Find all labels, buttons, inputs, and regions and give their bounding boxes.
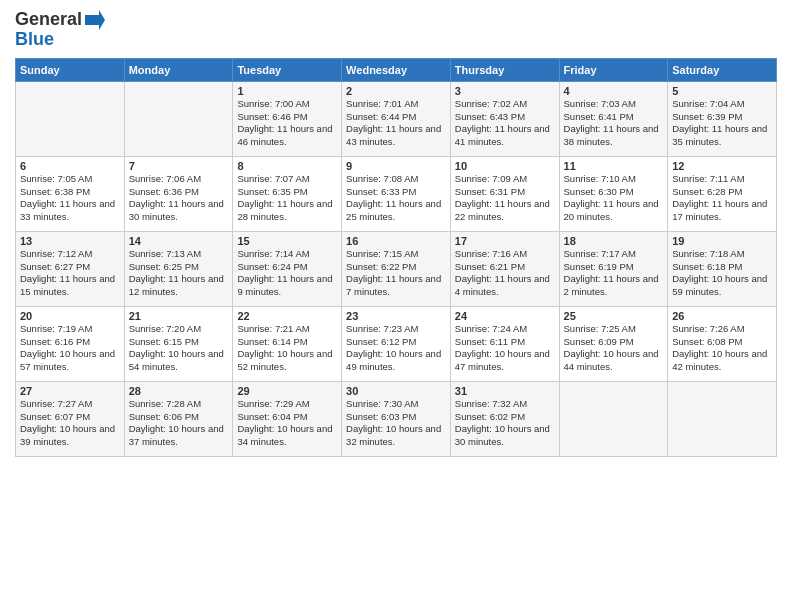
day-info: Sunrise: 7:30 AM Sunset: 6:03 PM Dayligh… <box>346 398 446 449</box>
day-cell: 8Sunrise: 7:07 AM Sunset: 6:35 PM Daylig… <box>233 156 342 231</box>
day-info: Sunrise: 7:15 AM Sunset: 6:22 PM Dayligh… <box>346 248 446 299</box>
day-info: Sunrise: 7:25 AM Sunset: 6:09 PM Dayligh… <box>564 323 664 374</box>
day-number: 16 <box>346 235 446 247</box>
calendar-table: SundayMondayTuesdayWednesdayThursdayFrid… <box>15 58 777 457</box>
day-cell <box>668 381 777 456</box>
page-header: General Blue <box>15 10 777 50</box>
day-number: 11 <box>564 160 664 172</box>
day-number: 1 <box>237 85 337 97</box>
day-cell: 5Sunrise: 7:04 AM Sunset: 6:39 PM Daylig… <box>668 81 777 156</box>
day-cell: 28Sunrise: 7:28 AM Sunset: 6:06 PM Dayli… <box>124 381 233 456</box>
day-info: Sunrise: 7:18 AM Sunset: 6:18 PM Dayligh… <box>672 248 772 299</box>
day-number: 8 <box>237 160 337 172</box>
day-cell: 27Sunrise: 7:27 AM Sunset: 6:07 PM Dayli… <box>16 381 125 456</box>
day-info: Sunrise: 7:24 AM Sunset: 6:11 PM Dayligh… <box>455 323 555 374</box>
logo-general: General <box>15 10 82 30</box>
day-number: 23 <box>346 310 446 322</box>
day-cell: 2Sunrise: 7:01 AM Sunset: 6:44 PM Daylig… <box>342 81 451 156</box>
day-info: Sunrise: 7:09 AM Sunset: 6:31 PM Dayligh… <box>455 173 555 224</box>
day-cell: 3Sunrise: 7:02 AM Sunset: 6:43 PM Daylig… <box>450 81 559 156</box>
week-row-2: 6Sunrise: 7:05 AM Sunset: 6:38 PM Daylig… <box>16 156 777 231</box>
day-number: 6 <box>20 160 120 172</box>
day-cell: 23Sunrise: 7:23 AM Sunset: 6:12 PM Dayli… <box>342 306 451 381</box>
day-info: Sunrise: 7:29 AM Sunset: 6:04 PM Dayligh… <box>237 398 337 449</box>
day-cell <box>124 81 233 156</box>
day-info: Sunrise: 7:04 AM Sunset: 6:39 PM Dayligh… <box>672 98 772 149</box>
logo-blue: Blue <box>15 30 54 50</box>
day-info: Sunrise: 7:11 AM Sunset: 6:28 PM Dayligh… <box>672 173 772 224</box>
day-info: Sunrise: 7:10 AM Sunset: 6:30 PM Dayligh… <box>564 173 664 224</box>
day-cell: 19Sunrise: 7:18 AM Sunset: 6:18 PM Dayli… <box>668 231 777 306</box>
day-number: 14 <box>129 235 229 247</box>
day-info: Sunrise: 7:02 AM Sunset: 6:43 PM Dayligh… <box>455 98 555 149</box>
day-info: Sunrise: 7:01 AM Sunset: 6:44 PM Dayligh… <box>346 98 446 149</box>
day-number: 7 <box>129 160 229 172</box>
day-info: Sunrise: 7:32 AM Sunset: 6:02 PM Dayligh… <box>455 398 555 449</box>
day-cell: 20Sunrise: 7:19 AM Sunset: 6:16 PM Dayli… <box>16 306 125 381</box>
week-row-4: 20Sunrise: 7:19 AM Sunset: 6:16 PM Dayli… <box>16 306 777 381</box>
day-info: Sunrise: 7:21 AM Sunset: 6:14 PM Dayligh… <box>237 323 337 374</box>
day-cell: 11Sunrise: 7:10 AM Sunset: 6:30 PM Dayli… <box>559 156 668 231</box>
day-number: 5 <box>672 85 772 97</box>
week-row-3: 13Sunrise: 7:12 AM Sunset: 6:27 PM Dayli… <box>16 231 777 306</box>
weekday-header-row: SundayMondayTuesdayWednesdayThursdayFrid… <box>16 58 777 81</box>
day-info: Sunrise: 7:14 AM Sunset: 6:24 PM Dayligh… <box>237 248 337 299</box>
day-cell: 15Sunrise: 7:14 AM Sunset: 6:24 PM Dayli… <box>233 231 342 306</box>
day-cell: 1Sunrise: 7:00 AM Sunset: 6:46 PM Daylig… <box>233 81 342 156</box>
weekday-header-thursday: Thursday <box>450 58 559 81</box>
day-number: 24 <box>455 310 555 322</box>
day-info: Sunrise: 7:28 AM Sunset: 6:06 PM Dayligh… <box>129 398 229 449</box>
day-info: Sunrise: 7:19 AM Sunset: 6:16 PM Dayligh… <box>20 323 120 374</box>
day-info: Sunrise: 7:06 AM Sunset: 6:36 PM Dayligh… <box>129 173 229 224</box>
day-number: 22 <box>237 310 337 322</box>
day-cell: 26Sunrise: 7:26 AM Sunset: 6:08 PM Dayli… <box>668 306 777 381</box>
day-cell: 22Sunrise: 7:21 AM Sunset: 6:14 PM Dayli… <box>233 306 342 381</box>
day-number: 26 <box>672 310 772 322</box>
day-cell: 21Sunrise: 7:20 AM Sunset: 6:15 PM Dayli… <box>124 306 233 381</box>
day-cell: 10Sunrise: 7:09 AM Sunset: 6:31 PM Dayli… <box>450 156 559 231</box>
day-number: 25 <box>564 310 664 322</box>
day-info: Sunrise: 7:23 AM Sunset: 6:12 PM Dayligh… <box>346 323 446 374</box>
day-cell: 12Sunrise: 7:11 AM Sunset: 6:28 PM Dayli… <box>668 156 777 231</box>
day-cell: 31Sunrise: 7:32 AM Sunset: 6:02 PM Dayli… <box>450 381 559 456</box>
day-number: 21 <box>129 310 229 322</box>
weekday-header-wednesday: Wednesday <box>342 58 451 81</box>
day-cell: 25Sunrise: 7:25 AM Sunset: 6:09 PM Dayli… <box>559 306 668 381</box>
day-cell: 14Sunrise: 7:13 AM Sunset: 6:25 PM Dayli… <box>124 231 233 306</box>
day-info: Sunrise: 7:08 AM Sunset: 6:33 PM Dayligh… <box>346 173 446 224</box>
day-number: 2 <box>346 85 446 97</box>
day-number: 27 <box>20 385 120 397</box>
day-cell: 13Sunrise: 7:12 AM Sunset: 6:27 PM Dayli… <box>16 231 125 306</box>
day-number: 3 <box>455 85 555 97</box>
day-cell <box>16 81 125 156</box>
day-info: Sunrise: 7:05 AM Sunset: 6:38 PM Dayligh… <box>20 173 120 224</box>
day-number: 30 <box>346 385 446 397</box>
day-cell: 6Sunrise: 7:05 AM Sunset: 6:38 PM Daylig… <box>16 156 125 231</box>
day-cell: 29Sunrise: 7:29 AM Sunset: 6:04 PM Dayli… <box>233 381 342 456</box>
day-info: Sunrise: 7:17 AM Sunset: 6:19 PM Dayligh… <box>564 248 664 299</box>
day-info: Sunrise: 7:27 AM Sunset: 6:07 PM Dayligh… <box>20 398 120 449</box>
day-cell: 18Sunrise: 7:17 AM Sunset: 6:19 PM Dayli… <box>559 231 668 306</box>
day-cell: 16Sunrise: 7:15 AM Sunset: 6:22 PM Dayli… <box>342 231 451 306</box>
day-number: 28 <box>129 385 229 397</box>
day-info: Sunrise: 7:12 AM Sunset: 6:27 PM Dayligh… <box>20 248 120 299</box>
day-info: Sunrise: 7:07 AM Sunset: 6:35 PM Dayligh… <box>237 173 337 224</box>
day-info: Sunrise: 7:26 AM Sunset: 6:08 PM Dayligh… <box>672 323 772 374</box>
day-info: Sunrise: 7:20 AM Sunset: 6:15 PM Dayligh… <box>129 323 229 374</box>
logo-arrow-icon <box>85 10 105 30</box>
logo: General Blue <box>15 10 105 50</box>
day-info: Sunrise: 7:00 AM Sunset: 6:46 PM Dayligh… <box>237 98 337 149</box>
day-info: Sunrise: 7:13 AM Sunset: 6:25 PM Dayligh… <box>129 248 229 299</box>
weekday-header-monday: Monday <box>124 58 233 81</box>
day-number: 29 <box>237 385 337 397</box>
day-cell: 24Sunrise: 7:24 AM Sunset: 6:11 PM Dayli… <box>450 306 559 381</box>
weekday-header-friday: Friday <box>559 58 668 81</box>
day-number: 17 <box>455 235 555 247</box>
day-info: Sunrise: 7:03 AM Sunset: 6:41 PM Dayligh… <box>564 98 664 149</box>
weekday-header-tuesday: Tuesday <box>233 58 342 81</box>
day-number: 13 <box>20 235 120 247</box>
day-number: 20 <box>20 310 120 322</box>
day-number: 15 <box>237 235 337 247</box>
day-number: 12 <box>672 160 772 172</box>
day-number: 31 <box>455 385 555 397</box>
